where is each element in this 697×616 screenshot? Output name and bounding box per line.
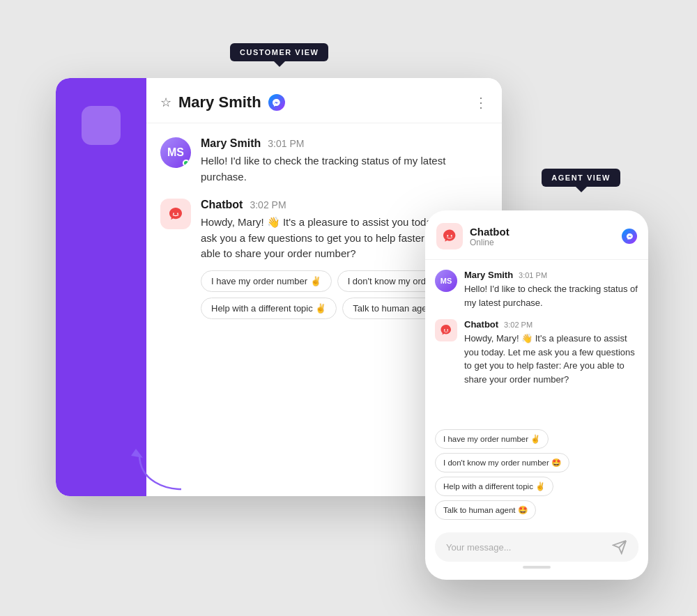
agent-view-label: AGENT VIEW	[542, 169, 620, 187]
agent-view-window: Chatbot Online MS Mary Smith 3:01 PM	[425, 210, 648, 580]
agent-avatar-mary: MS	[435, 270, 457, 292]
agent-quick-reply-order[interactable]: I have my order number ✌️	[435, 429, 549, 449]
quick-reply-order-number[interactable]: I have my order number ✌️	[201, 270, 332, 292]
avatar-mary: MS	[160, 137, 191, 168]
customer-name-header: Mary Smith	[178, 93, 261, 111]
message-text-mary: Hello! I'd like to check the tracking st…	[201, 153, 488, 185]
message-time-chatbot: 3:02 PM	[250, 199, 286, 210]
more-options-icon[interactable]: ⋮	[474, 94, 488, 111]
agent-time-mary: 3:01 PM	[519, 271, 547, 279]
agent-input-placeholder: Your message...	[446, 542, 511, 553]
agent-text-chatbot: Howdy, Mary! 👋 It's a pleasure to assist…	[464, 332, 638, 386]
agent-quick-reply-human[interactable]: Talk to human agent 🤩	[435, 500, 536, 520]
agent-chat-area: MS Mary Smith 3:01 PM Hello! I'd like to…	[425, 260, 648, 424]
message-time-mary: 3:01 PM	[268, 138, 304, 149]
agent-message-header-mary: Mary Smith 3:01 PM	[464, 270, 638, 280]
avatar-chatbot	[160, 199, 191, 229]
sidebar-icon	[82, 106, 121, 145]
curved-arrow	[125, 440, 209, 496]
agent-sender-chatbot: Chatbot	[464, 319, 498, 330]
agent-message-header-chatbot: Chatbot 3:02 PM	[464, 319, 638, 330]
agent-online-status: Online	[470, 238, 510, 247]
customer-view-label: CUSTOMER VIEW	[230, 43, 328, 61]
agent-time-chatbot: 3:02 PM	[504, 321, 533, 329]
svg-marker-1	[131, 449, 143, 458]
customer-header: ☆ Mary Smith ⋮	[146, 78, 502, 123]
agent-quick-replies: I have my order number ✌️ I don't know m…	[425, 424, 648, 525]
agent-text-mary: Hello! I'd like to check the tracking st…	[464, 282, 638, 309]
agent-avatar-photo-mary: MS	[435, 270, 457, 292]
agent-message-content-mary: Mary Smith 3:01 PM Hello! I'd like to ch…	[464, 270, 638, 309]
messenger-icon	[268, 94, 285, 111]
agent-message-chatbot: Chatbot 3:02 PM Howdy, Mary! 👋 It's a pl…	[435, 319, 638, 386]
agent-chatbot-avatar	[436, 223, 463, 249]
agent-message-content-chatbot: Chatbot 3:02 PM Howdy, Mary! 👋 It's a pl…	[464, 319, 638, 386]
agent-sender-mary: Mary Smith	[464, 270, 513, 280]
quick-reply-different-topic[interactable]: Help with a different topic ✌️	[201, 298, 337, 319]
scene: CUSTOMER VIEW AGENT VIEW ☆ Mary Smith ⋮	[35, 22, 662, 594]
agent-chatbot-title: Chatbot	[470, 226, 510, 238]
agent-messenger-icon	[622, 229, 637, 244]
message-header-mary: Mary Smith 3:01 PM	[201, 137, 488, 150]
message-content-mary: Mary Smith 3:01 PM Hello! I'd like to ch…	[201, 137, 488, 185]
agent-input-box[interactable]: Your message...	[435, 532, 638, 562]
header-left: ☆ Mary Smith	[160, 93, 285, 111]
sender-name-mary: Mary Smith	[201, 137, 261, 150]
agent-quick-reply-no-order[interactable]: I don't know my order number 🤩	[435, 453, 569, 472]
agent-header: Chatbot Online	[425, 210, 648, 260]
sender-name-chatbot: Chatbot	[201, 199, 243, 211]
agent-header-left: Chatbot Online	[436, 223, 510, 249]
agent-message-mary: MS Mary Smith 3:01 PM Hello! I'd like to…	[435, 270, 638, 309]
customer-sidebar	[56, 78, 146, 496]
agent-avatar-chatbot	[435, 319, 457, 341]
star-icon: ☆	[160, 95, 171, 110]
agent-input-area: Your message...	[425, 525, 648, 580]
agent-header-info: Chatbot Online	[470, 226, 510, 247]
agent-quick-reply-different-topic[interactable]: Help with a different topic ✌️	[435, 477, 553, 496]
drag-handle	[523, 566, 551, 569]
send-icon[interactable]	[612, 539, 627, 555]
message-header-chatbot: Chatbot 3:02 PM	[201, 199, 488, 211]
chat-message-mary: MS Mary Smith 3:01 PM Hello! I'd like to…	[160, 137, 488, 185]
online-dot	[183, 160, 190, 167]
